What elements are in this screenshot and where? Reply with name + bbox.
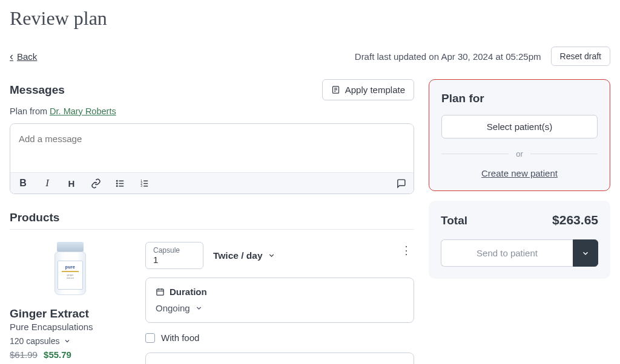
reset-draft-button[interactable]: Reset draft: [551, 47, 610, 66]
apply-template-button[interactable]: Apply template: [322, 79, 414, 100]
duration-value-text: Ongoing: [156, 303, 190, 313]
duration-value-selector[interactable]: Ongoing: [156, 303, 203, 313]
chevron-down-icon: [581, 249, 590, 258]
product-row: pure gingerextract Ginger Extract Pure E…: [10, 242, 414, 364]
message-toolbar: B I H 123: [10, 172, 414, 193]
product-brand: Pure Encapsulations: [10, 322, 131, 332]
right-column: Plan for Select patient(s) or Create new…: [429, 79, 610, 364]
duration-header: Duration: [156, 287, 404, 297]
plan-for-panel: Plan for Select patient(s) or Create new…: [429, 79, 610, 191]
messages-title: Messages: [10, 83, 65, 97]
price-discount: $55.79: [44, 349, 71, 360]
topbar: Back Draft last updated on Apr 30, 2024 …: [10, 47, 610, 66]
calendar-icon: [156, 287, 165, 296]
total-row: Total $263.65: [441, 213, 598, 227]
page-title: Review plan: [10, 7, 610, 30]
duration-label-text: Duration: [170, 287, 207, 297]
total-amount: $263.65: [552, 213, 598, 227]
product-info: pure gingerextract Ginger Extract Pure E…: [10, 242, 131, 364]
bullet-list-icon[interactable]: [114, 178, 125, 189]
svg-point-8: [116, 183, 117, 183]
main-layout: Messages Apply template Plan from Dr. Ma…: [10, 79, 610, 364]
plan-for-title: Plan for: [441, 92, 598, 105]
message-box: B I H 123: [10, 123, 414, 194]
frequency-selector[interactable]: Twice / day: [213, 250, 275, 261]
send-dropdown-button[interactable]: [573, 239, 598, 267]
bottle-brand-text: pure: [65, 265, 75, 269]
back-link[interactable]: Back: [10, 50, 37, 63]
or-separator: or: [441, 149, 598, 158]
chevron-down-icon: [64, 337, 71, 345]
chevron-down-icon: [268, 252, 275, 259]
svg-point-9: [116, 186, 117, 186]
with-food-label: With food: [161, 333, 199, 343]
dosage-qty-value: 1: [153, 255, 185, 265]
apply-template-label: Apply template: [345, 85, 405, 95]
create-patient-link[interactable]: Create new patient: [441, 168, 598, 178]
plan-from-link[interactable]: Dr. Mary Roberts: [50, 106, 116, 116]
chevron-down-icon: [195, 304, 203, 312]
product-menu-button[interactable]: ⋮: [401, 249, 412, 252]
dosage-capsule-selector[interactable]: Capsule 1: [145, 242, 203, 269]
duration-box: Duration Ongoing: [145, 278, 414, 323]
total-label: Total: [441, 214, 467, 227]
plan-from-prefix: Plan from: [10, 106, 50, 116]
heading-icon[interactable]: H: [66, 178, 77, 189]
product-price: $61.99 $55.79: [10, 349, 131, 360]
totals-panel: Total $263.65 Send to patient: [429, 201, 610, 279]
checkbox-icon: [145, 333, 155, 343]
template-icon: [331, 85, 340, 94]
with-food-checkbox[interactable]: With food: [145, 333, 414, 343]
svg-text:3: 3: [140, 184, 142, 187]
dosage-row: Capsule 1 Twice / day: [145, 242, 414, 269]
italic-icon[interactable]: I: [42, 178, 53, 189]
product-size-selector[interactable]: 120 capsules: [10, 336, 71, 346]
messages-header: Messages Apply template: [10, 79, 414, 100]
send-to-patient-button[interactable]: Send to patient: [441, 239, 573, 267]
draft-status-text: Draft last updated on Apr 30, 2024 at 05…: [355, 51, 541, 62]
product-image: pure gingerextract: [45, 242, 95, 300]
price-original: $61.99: [10, 349, 38, 360]
svg-rect-16: [157, 289, 163, 295]
send-row: Send to patient: [441, 239, 598, 267]
numbered-list-icon[interactable]: 123: [139, 178, 150, 189]
frequency-label: Twice / day: [213, 250, 263, 261]
product-size-label: 120 capsules: [10, 336, 60, 346]
plan-from-line: Plan from Dr. Mary Roberts: [10, 106, 414, 116]
svg-point-7: [116, 180, 117, 181]
products-title: Products: [10, 211, 414, 230]
message-input[interactable]: [10, 124, 414, 170]
product-config: ⋮ Capsule 1 Twice / day: [145, 242, 414, 364]
left-column: Messages Apply template Plan from Dr. Ma…: [10, 79, 414, 364]
product-name: Ginger Extract: [10, 307, 131, 320]
optional-instructions-input[interactable]: Add optional instructions: [145, 353, 414, 364]
topbar-right: Draft last updated on Apr 30, 2024 at 05…: [355, 47, 610, 66]
link-icon[interactable]: [90, 178, 101, 189]
dosage-unit-label: Capsule: [153, 246, 185, 255]
select-patients-button[interactable]: Select patient(s): [441, 115, 598, 138]
bold-icon[interactable]: B: [18, 178, 28, 189]
comment-icon[interactable]: [395, 178, 406, 189]
